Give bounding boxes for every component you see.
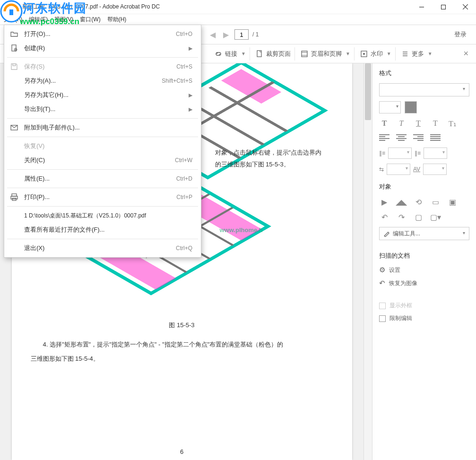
menu-item-save: 保存(S) Ctrl+S — [4, 60, 201, 74]
menu-item-recent-1[interactable]: 1 D:\tools\桌面\15.基础工程（V25.1.0）0007.pdf — [4, 208, 201, 223]
arrange-icon[interactable]: ▣ — [447, 197, 458, 207]
header-footer-tool[interactable]: 页眉和页脚 ▼ — [297, 47, 355, 61]
prev-page-icon[interactable]: ◀ — [208, 30, 217, 39]
flip-v-icon[interactable]: ◢◣ — [396, 197, 407, 207]
menu-item-exit[interactable]: 退出(X) Ctrl+Q — [4, 241, 201, 255]
menu-item-properties[interactable]: 属性(E)... Ctrl+D — [4, 172, 201, 186]
show-bbox-checkbox[interactable] — [379, 303, 386, 309]
settings-row[interactable]: ⚙ 设置 — [379, 266, 469, 274]
rotate-right-icon[interactable]: ↷ — [396, 212, 407, 222]
next-page-icon[interactable]: ▶ — [221, 30, 231, 39]
font-size-select[interactable] — [379, 101, 401, 113]
undo-icon: ↶ — [379, 279, 385, 287]
menu-item-create[interactable]: 创建(R) ▶ — [4, 41, 201, 55]
limit-edit-checkbox[interactable] — [379, 315, 386, 322]
menu-open-shortcut: Ctrl+O — [176, 31, 192, 37]
crop-tool[interactable]: 裁剪页面 — [252, 47, 295, 61]
menu-open-label: 打开(O)... — [19, 30, 176, 38]
menu-help[interactable]: 帮助(H) — [107, 16, 127, 24]
menu-close-label: 关闭(C) — [19, 156, 175, 165]
gear-icon: ⚙ — [379, 266, 385, 274]
menu-saveas-shortcut: Shift+Ctrl+S — [162, 78, 192, 84]
menu-item-attach-email[interactable]: 附加到电子邮件(L)... — [4, 121, 201, 135]
scrollbar-thumb[interactable] — [365, 63, 371, 120]
format-title: 格式 — [379, 69, 469, 78]
scanned-title: 扫描的文档 — [379, 252, 469, 260]
menu-edit[interactable]: 编辑(E) — [29, 16, 48, 24]
rotate-ccw-icon[interactable]: ⟲ — [413, 197, 424, 207]
svg-rect-3 — [441, 5, 446, 9]
svg-rect-20 — [12, 194, 17, 196]
menu-create-label: 创建(R) — [19, 44, 189, 52]
align-justify-icon[interactable] — [430, 134, 441, 142]
menu-view[interactable]: 视图(V) — [54, 16, 73, 24]
menu-exit-shortcut: Ctrl+Q — [176, 245, 192, 252]
vertical-scrollbar[interactable] — [363, 63, 372, 460]
menu-print-label: 打印(P)... — [19, 193, 176, 201]
chevron-down-icon: ▼ — [427, 51, 433, 56]
submenu-arrow-icon: ▶ — [189, 92, 192, 98]
line-spacing-icon: ‖≡ — [379, 150, 385, 156]
menu-revert-label: 恢复(V) — [19, 142, 192, 150]
paragraph-4b: 三维图形如下图 15-5-4。 — [31, 353, 333, 365]
list-icon — [401, 50, 409, 58]
crop-object-icon[interactable]: ▭ — [430, 197, 441, 207]
align-center-icon[interactable] — [396, 134, 407, 142]
menu-close-shortcut: Ctrl+W — [175, 157, 192, 164]
link-tool[interactable]: 链接 ▼ — [211, 47, 250, 61]
close-button[interactable] — [454, 0, 476, 14]
header-footer-icon — [301, 50, 308, 58]
edit-tools-label: 编辑工具... — [393, 230, 420, 238]
crop-label: 裁剪页面 — [266, 50, 291, 58]
subscript-icon[interactable]: T₁ — [447, 118, 458, 129]
settings-label: 设置 — [389, 266, 400, 274]
align-right-icon[interactable] — [413, 134, 424, 142]
app-icon — [4, 3, 11, 11]
edit-tools-select[interactable]: 编辑工具... — [379, 227, 469, 240]
window-title: 15.基础工程（V25.1.0）0007.pdf - Adobe Acrobat… — [14, 3, 411, 11]
flip-h-icon[interactable]: ▶ — [379, 197, 389, 207]
menu-item-save-as[interactable]: 另存为(A)... Shift+Ctrl+S — [4, 74, 201, 88]
menu-properties-shortcut: Ctrl+D — [176, 175, 192, 182]
underline-icon[interactable]: T — [413, 118, 424, 129]
hscale-input[interactable] — [387, 164, 410, 175]
paragraph-spacing-input[interactable] — [424, 148, 447, 159]
minimize-button[interactable] — [411, 0, 433, 14]
italic-icon[interactable]: T — [396, 118, 407, 129]
page-count: / 1 — [252, 31, 259, 38]
rotate-left-icon[interactable]: ↶ — [379, 212, 389, 222]
align-objects-icon[interactable]: ▢▾ — [430, 212, 441, 222]
align-left-icon[interactable] — [379, 134, 389, 142]
menu-item-view-recent[interactable]: 查看所有最近打开的文件(F)... — [4, 223, 201, 237]
line-spacing-input[interactable] — [388, 148, 412, 159]
maximize-button[interactable] — [433, 0, 454, 14]
page-number-input[interactable] — [234, 29, 249, 40]
toolbar-close-icon[interactable]: × — [460, 49, 471, 59]
watermark-icon — [360, 50, 368, 58]
bold-icon[interactable]: T — [379, 118, 389, 129]
menu-item-save-as-other[interactable]: 另存为其它(H)... ▶ — [4, 88, 201, 102]
text-color-swatch[interactable] — [405, 101, 417, 113]
submenu-arrow-icon: ▶ — [189, 45, 192, 52]
login-link[interactable]: 登录 — [454, 30, 467, 39]
svg-point-11 — [363, 53, 365, 55]
watermark-tool[interactable]: 水印 ▼ — [356, 47, 396, 61]
char-spacing-input[interactable] — [423, 164, 447, 175]
menu-window[interactable]: 窗口(W) — [80, 16, 100, 24]
menu-print-shortcut: Ctrl+P — [176, 194, 192, 200]
menu-file[interactable]: 文件(F) — [4, 16, 22, 24]
menu-item-open[interactable]: 打开(O)... Ctrl+O — [4, 27, 201, 41]
more-tool[interactable]: 更多 ▼ — [398, 47, 436, 61]
menu-item-export[interactable]: 导出到(T)... ▶ — [4, 102, 201, 116]
replace-image-icon[interactable]: ▢ — [413, 212, 424, 222]
superscript-icon[interactable]: T — [430, 118, 441, 129]
chevron-down-icon: ▼ — [240, 51, 246, 56]
menu-save-shortcut: Ctrl+S — [176, 63, 192, 70]
object-title: 对象 — [379, 182, 469, 191]
font-family-select[interactable] — [379, 83, 469, 96]
link-icon — [215, 50, 222, 58]
menu-item-print[interactable]: 打印(P)... Ctrl+P — [4, 190, 201, 204]
char-spacing-icon: AV — [413, 166, 420, 173]
restore-image-row[interactable]: ↶ 恢复为图像 — [379, 279, 469, 287]
menu-item-close[interactable]: 关闭(C) Ctrl+W — [4, 153, 201, 167]
